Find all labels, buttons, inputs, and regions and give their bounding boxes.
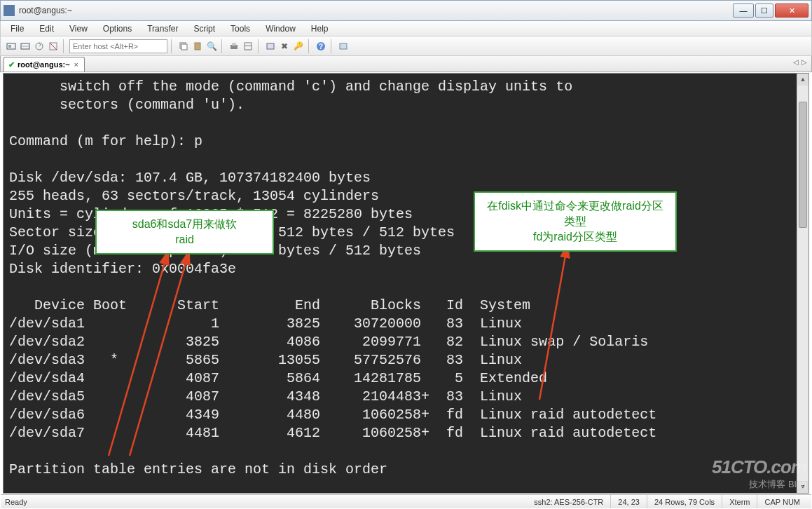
toolbar-separator [221, 39, 224, 53]
tab-prev-icon[interactable]: ◁ [793, 58, 799, 66]
terminal-line: Disk /dev/sda: 107.4 GB, 107374182400 by… [9, 170, 371, 186]
toolbar-separator [63, 39, 66, 53]
minimize-button[interactable]: — [733, 4, 754, 18]
toolbar-separator [331, 39, 333, 53]
terminal-line: Device Boot Start End Blocks Id System [9, 297, 530, 313]
annotation-text: sda6和sda7用来做软 [106, 217, 263, 232]
annotation-right: 在fdisk中通过命令来更改做raid分区 类型 fd为raid分区类型 [474, 191, 677, 252]
terminal-line: 255 heads, 63 sectors/track, 13054 cylin… [9, 188, 379, 204]
menu-view[interactable]: View [67, 22, 90, 35]
status-caps: CAP NUM [757, 495, 807, 508]
key-icon[interactable]: 🔑 [292, 40, 305, 53]
terminal-line: /dev/sda4 4087 5864 14281785 5 Extended [9, 370, 547, 386]
terminal-line: /dev/sda7 4481 4612 1060258+ fd Linux ra… [9, 425, 656, 441]
svg-line-5 [50, 43, 57, 50]
svg-text:?: ? [319, 43, 323, 50]
app-icon [4, 5, 15, 16]
status-term-type: Xterm [722, 495, 757, 508]
new-tab-icon[interactable] [337, 40, 350, 53]
terminal-line: Partition table entries are not in disk … [9, 461, 387, 477]
connected-icon: ✔ [8, 60, 15, 69]
terminal-line: /dev/sda3 * 5865 13055 57752576 83 Linux [9, 352, 522, 368]
terminal-line: switch off the mode (command 'c') and ch… [9, 79, 572, 95]
vertical-scrollbar[interactable]: ▲ ▼ [797, 74, 808, 493]
svg-rect-7 [181, 44, 187, 50]
settings-icon[interactable]: ✖ [278, 40, 291, 53]
terminal-line: /dev/sda1 1 3825 30720000 83 Linux [9, 315, 522, 332]
menu-transfer[interactable]: Transfer [144, 22, 181, 35]
terminal-line: Disk identifier: 0x0004fa3e [9, 261, 236, 277]
tab-nav: ◁ ▷ [793, 58, 807, 66]
svg-rect-11 [245, 43, 252, 50]
tab-next-icon[interactable]: ▷ [801, 58, 807, 66]
tab-close-icon[interactable]: × [73, 60, 80, 69]
menu-file[interactable]: File [8, 22, 27, 35]
terminal-line: /dev/sda5 4087 4348 2104483+ 83 Linux [9, 388, 522, 405]
svg-rect-8 [195, 43, 200, 50]
window-title: root@angus:~ [19, 6, 731, 15]
window-controls: — ☐ ✕ [731, 4, 808, 18]
tab-label: root@angus:~ [18, 60, 70, 69]
scroll-up-icon[interactable]: ▲ [797, 74, 808, 86]
svg-rect-10 [232, 43, 236, 46]
menu-help[interactable]: Help [308, 22, 331, 35]
menu-window[interactable]: Window [263, 22, 298, 35]
menu-script[interactable]: Script [191, 22, 218, 35]
svg-rect-16 [340, 43, 347, 49]
status-ssh: ssh2: AES-256-CTR [527, 495, 611, 508]
quick-connect-icon[interactable] [5, 40, 18, 53]
scroll-down-icon[interactable]: ▼ [797, 481, 808, 493]
paste-icon[interactable] [191, 40, 204, 53]
session-tab-bar: ✔ root@angus:~ × ◁ ▷ [0, 56, 812, 72]
svg-rect-13 [267, 43, 274, 49]
session-options-icon[interactable] [264, 40, 277, 53]
terminal-line: /dev/sda2 3825 4086 2099771 82 Linux swa… [9, 334, 648, 350]
annotation-text: 类型 [485, 214, 666, 229]
annotation-text: fd为raid分区类型 [485, 229, 666, 245]
annotation-text: raid [106, 232, 263, 247]
menu-tools[interactable]: Tools [228, 22, 253, 35]
menu-bar: File Edit View Options Transfer Script T… [0, 21, 812, 36]
status-size: 24 Rows, 79 Cols [647, 495, 722, 508]
properties-icon[interactable] [242, 40, 254, 53]
connect-sftp-icon[interactable] [19, 40, 32, 53]
close-button[interactable]: ✕ [775, 4, 808, 18]
status-ready: Ready [5, 495, 34, 508]
terminal-line: /dev/sda6 4349 4480 1060258+ fd Linux ra… [9, 407, 656, 423]
status-bar: Ready ssh2: AES-256-CTR 24, 23 24 Rows, … [1, 494, 811, 508]
annotation-left: sda6和sda7用来做软 raid [95, 210, 274, 254]
reconnect-icon[interactable] [33, 40, 46, 53]
window-title-bar: root@angus:~ — ☐ ✕ [0, 0, 812, 21]
print-icon[interactable] [228, 40, 240, 53]
menu-edit[interactable]: Edit [36, 22, 57, 35]
status-position: 24, 23 [611, 495, 647, 508]
toolbar-separator [171, 39, 174, 53]
menu-options[interactable]: Options [100, 22, 135, 35]
copy-icon[interactable] [177, 40, 190, 53]
toolbar-separator [258, 39, 261, 53]
annotation-text: 在fdisk中通过命令来更改做raid分区 [485, 198, 666, 214]
svg-rect-1 [8, 45, 11, 48]
scroll-thumb[interactable] [799, 102, 807, 228]
help-icon[interactable]: ? [315, 40, 327, 53]
terminal-line: Command (m for help): p [9, 133, 202, 149]
terminal-line: sectors (command 'u'). [9, 97, 245, 113]
disconnect-icon[interactable] [47, 40, 60, 53]
host-input[interactable] [69, 39, 167, 53]
session-tab[interactable]: ✔ root@angus:~ × [4, 57, 85, 72]
toolbar: 🔍 ✖ 🔑 ? [0, 36, 812, 56]
toolbar-separator [308, 39, 311, 53]
maximize-button[interactable]: ☐ [755, 4, 773, 18]
terminal-pane[interactable]: switch off the mode (command 'c') and ch… [3, 73, 809, 494]
find-icon[interactable]: 🔍 [205, 40, 218, 53]
